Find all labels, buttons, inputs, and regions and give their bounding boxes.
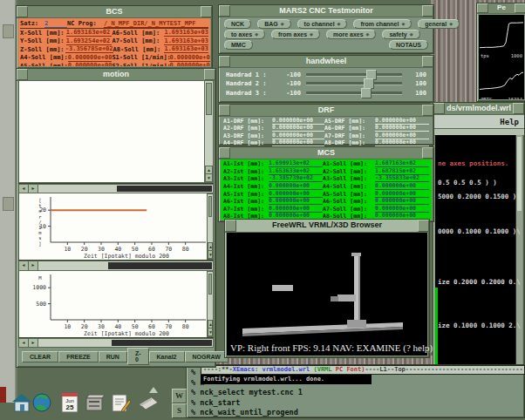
maximize-icon[interactable] [422, 56, 433, 67]
scrollbar-track[interactable] [38, 185, 213, 193]
performance-window-title: Pe [488, 3, 515, 13]
calendar-icon[interactable]: Jun25 [59, 391, 80, 414]
button-from-axes[interactable]: from axes◆ [271, 30, 320, 39]
handwheel-titlebar[interactable]: handwheel [219, 56, 433, 68]
scrollbar-track[interactable] [38, 339, 213, 347]
mars2-button-row: to axes◆from axes◆more axes◆safety◆ [224, 30, 428, 39]
maximize-icon[interactable] [204, 69, 215, 80]
button-run[interactable]: RUN [99, 351, 127, 362]
mcs-titlebar[interactable]: MCS [219, 147, 433, 159]
maximize-icon[interactable] [513, 103, 524, 114]
button-general[interactable]: general◆ [418, 19, 460, 29]
workspace-s-button[interactable]: S [172, 403, 187, 418]
handwheel-slider[interactable] [306, 82, 402, 85]
drf-row-value: 0.000000e+00 [375, 139, 429, 146]
scroll-right-icon[interactable]: ► [29, 261, 38, 269]
option-diamond-icon: ◆ [449, 22, 453, 26]
mars2-titlebar[interactable]: MARS2 CNC Testmonitor [219, 5, 433, 17]
button-from-channel[interactable]: from channel◆ [353, 19, 412, 29]
minimize-icon[interactable] [17, 69, 28, 80]
maximize-icon[interactable] [422, 5, 433, 17]
scrollbar-thumb[interactable] [208, 274, 212, 295]
motion-canvas-vscrollbar[interactable]: ▲ ▼ [204, 80, 214, 183]
plot-label-right: 16384 [508, 97, 522, 99]
drf-titlebar[interactable]: DRF [219, 105, 433, 117]
scroll-right-icon[interactable]: ► [29, 185, 38, 193]
scroll-down-icon[interactable]: ▼ [208, 328, 213, 336]
maximize-icon[interactable] [515, 3, 525, 13]
option-diamond-icon: ◆ [366, 32, 370, 37]
mail-icon[interactable] [138, 391, 159, 414]
performance-titlebar[interactable]: Pe [477, 3, 525, 14]
scrollbar-thumb[interactable] [208, 196, 212, 217]
slider-min-value: -100 [282, 90, 301, 97]
button-notaus[interactable]: NOTAUS [389, 40, 428, 50]
bcs-row-label: A6-Soll [mm]: [112, 30, 164, 37]
button-to-axes[interactable]: to axes◆ [224, 30, 265, 39]
scroll-down-icon[interactable]: ▼ [205, 173, 213, 182]
button-nograw[interactable]: NOGRAW [185, 351, 228, 362]
minimize-icon[interactable] [17, 6, 28, 17]
scrollbar-track[interactable] [38, 261, 213, 269]
motion-canvas[interactable] [18, 80, 204, 183]
minimize-icon[interactable] [225, 220, 236, 232]
xemacs-editor[interactable]: ne axes positions.0.5 0.5 0.5 ) )5000 0.… [435, 135, 522, 372]
window-performance: Pe tps1000@RTS16384 [476, 3, 525, 102]
scroll-left-icon[interactable]: ◄ [19, 339, 29, 347]
scroll-left-icon[interactable]: ◄ [19, 185, 29, 193]
workspace-w-button[interactable]: W [172, 389, 187, 403]
editor-scrollbar[interactable] [515, 135, 522, 372]
scrollbar-thumb[interactable] [108, 262, 212, 268]
maximize-icon[interactable] [418, 220, 429, 232]
drawer-icon[interactable] [85, 391, 106, 414]
motion-titlebar[interactable]: motion [17, 69, 215, 81]
button-mmc[interactable]: MMC [224, 40, 253, 50]
button-to-channel[interactable]: to channel◆ [297, 19, 348, 29]
freewrl-canvas[interactable]: VP: Right front FPS: 9.14 NAV: EXAMINE (… [227, 233, 427, 356]
globe-icon[interactable] [31, 391, 52, 414]
motion-hscrollbar[interactable]: ◄ ► [18, 184, 214, 193]
button-more-axes[interactable]: more axes◆ [326, 30, 377, 39]
panel-arrow-icon[interactable] [149, 387, 158, 393]
plot2-vscrollbar[interactable]: ▲ ▼ [207, 271, 214, 337]
button-safety[interactable]: safety◆ [382, 30, 419, 39]
plot1-hscrollbar[interactable]: ◄ ► [18, 261, 214, 270]
scrollbar-thumb[interactable] [206, 83, 212, 115]
button-bag[interactable]: BAG◆ [257, 19, 290, 29]
minimize-icon[interactable] [219, 56, 230, 67]
maximize-icon[interactable] [201, 6, 212, 17]
minimize-icon[interactable] [219, 105, 230, 116]
scroll-right-icon[interactable]: ► [29, 339, 38, 347]
minimize-icon[interactable] [219, 5, 230, 17]
plot1-vscrollbar[interactable]: ▲ ▼ [207, 193, 214, 260]
notes-icon[interactable] [111, 391, 132, 414]
minimize-icon[interactable] [219, 147, 230, 159]
button-freeze[interactable]: FREEZE [58, 351, 99, 362]
slider-thumb[interactable] [361, 88, 372, 98]
button-kanal2[interactable]: Kanal2 [149, 351, 185, 362]
scrollbar-thumb[interactable] [112, 340, 212, 346]
bcs-titlebar[interactable]: BCS [17, 6, 212, 18]
home-icon[interactable] [11, 391, 32, 414]
button-nck[interactable]: NCK [224, 19, 251, 29]
handwheel-slider[interactable] [306, 73, 402, 77]
bcs-row: X-Soll [mm]:1.693163e+02A6-Soll [mm]:1.6… [20, 29, 208, 37]
maximize-icon[interactable] [422, 105, 433, 116]
bcs-row-label: S2-Soll [1/min]: [112, 63, 169, 66]
drf-row-label: A8-DRF [mm]: [324, 139, 375, 146]
scroll-down-icon[interactable]: ▼ [208, 250, 213, 259]
xemacs-titlebar[interactable]: ds/vrmlmodel.wrl [433, 103, 524, 115]
button-z-0[interactable]: Z-0 [127, 348, 149, 365]
minimize-icon[interactable] [433, 103, 445, 114]
freewrl-titlebar[interactable]: FreeWRL VRML/X3D Browser [225, 220, 429, 233]
button-clear[interactable]: CLEAR [22, 351, 58, 362]
drf-row-label: A4-DRF [mm]: [223, 139, 272, 146]
minimize-icon[interactable] [477, 3, 488, 13]
scrollbar-thumb[interactable] [117, 186, 212, 192]
plot2-hscrollbar[interactable]: ◄ ► [18, 338, 214, 348]
handwheel-slider[interactable] [306, 91, 402, 95]
maximize-icon[interactable] [422, 147, 433, 159]
menu-help[interactable]: Help [500, 118, 519, 126]
scroll-left-icon[interactable]: ◄ [19, 261, 29, 269]
pe-plot-2-svg [479, 62, 524, 97]
